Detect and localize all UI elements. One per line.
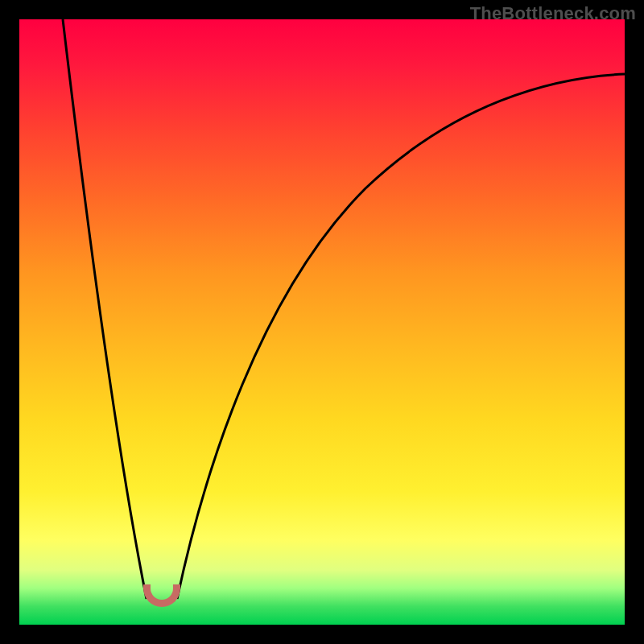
curve-right-branch [177,74,625,599]
bottleneck-curve [19,19,625,625]
curve-left-branch [63,19,147,599]
watermark-text: TheBottleneck.com [470,3,636,24]
chart-plot-area [19,19,625,625]
